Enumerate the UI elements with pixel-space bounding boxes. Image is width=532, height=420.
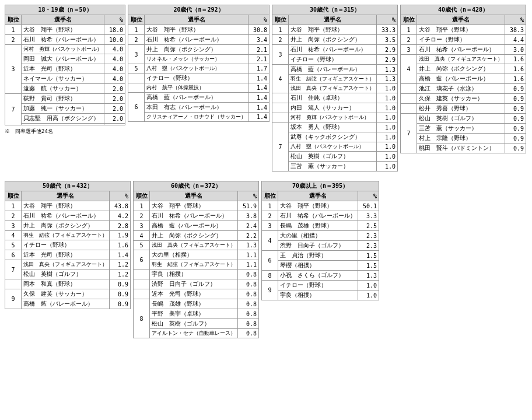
table-row: 6 大の里（相撲） 1.1 (134, 250, 259, 260)
table-row: アイルトン・セナ（自動車レース） 0.8 (134, 329, 259, 338)
header-name-70plus: 選手名 (278, 191, 358, 201)
table-row: 遠藤 航（サッカー） 2.0 (5, 84, 125, 94)
table-row: 4 浅田 真央（フィギュアスケート） 1.6 (401, 55, 526, 64)
table-row: ネイマール（サッカー） 4.0 (5, 74, 125, 84)
table-row: 内田 篤人（サッカー） 1.0 (272, 103, 398, 113)
table-row: 松井 秀喜（野球） 0.9 (401, 104, 526, 114)
header-rank-60s: 順位 (134, 191, 150, 201)
table-row: 3 石川 祐希（バレーボール） 2.9 (272, 45, 398, 55)
table-row: 岡本 和真（野球） 0.9 (5, 279, 131, 289)
table-row: 羽生 結弦（フィギュアスケート） 1.1 (134, 260, 259, 270)
table-row: 8 長嶋 茂雄（野球） 0.8 (134, 299, 259, 309)
table-row: 高橋 藍（バレーボール） 1.6 (401, 74, 526, 84)
table-row: 宇良（相撲） 0.8 (134, 270, 259, 279)
table-row: 1 大谷 翔平（野球） 50.1 (262, 201, 379, 211)
table-row: 2 石川 祐希（バレーボール） 3.4 (128, 35, 270, 45)
table-row: イチロー（野球） 2.9 (272, 55, 398, 65)
table-row: 加藤 純一（サッカー） 2.0 (5, 104, 125, 114)
header-rank-1819: 順位 (5, 15, 22, 25)
table-row: 9 イチロー（野球） 1.0 (262, 281, 379, 290)
header-pct-30s: % (377, 15, 398, 25)
table-row: 八村 塁（バスケットボール） 1.0 (272, 142, 398, 152)
title-20s: 20歳代（n＝292） (128, 5, 270, 15)
table-row: 武尊（キックボクシング） 1.0 (272, 132, 398, 142)
table-row: 松山 英樹（ゴルフ） 1.0 (272, 152, 398, 162)
table-1819: 18・19歳（n＝50） 順位 選手名 % 1 大谷 翔平（野球） 18.0 (5, 5, 125, 172)
table-row: 7 坂本 勇人（野球） 1.0 (272, 123, 398, 132)
header-name-30s: 選手名 (289, 15, 377, 25)
table-row: 内村 航平（体操競技） 1.4 (128, 83, 270, 93)
table-30s: 30歳代（n＝315） 順位 選手名 % 1 大谷 翔平（野球） 33.3 (272, 5, 398, 172)
table-row: 4 羽生 結弦（フィギュアスケート） 1.9 (5, 231, 131, 240)
table-row: 6 近本 光司（野球） 1.4 (5, 250, 131, 260)
table-row: 河村 勇輝（バスケットボール） 1.0 (272, 113, 398, 123)
table-row: 3 河村 勇輝（バスケットボール） 4.0 (5, 45, 125, 54)
table-row: 3 長嶋 茂雄（野球） 2.5 (262, 221, 379, 231)
header-pct-50s: % (110, 191, 131, 201)
table-row: 近本 光司（野球） 0.8 (134, 289, 259, 299)
table-row: 1 大谷 翔平（野球） 51.9 (134, 201, 259, 211)
table-row: 2 石川 祐希（バレーボール） 3.8 (134, 211, 259, 221)
table-row: 平野 美宇（卓球） 0.8 (134, 309, 259, 319)
table-row: 浅田 真央（フィギュアスケート） 1.0 (272, 84, 398, 93)
table-row: 3 高橋 藍（バレーボール） 2.4 (134, 221, 259, 231)
table-row: 3 石川 祐希（バレーボール） 3.0 (401, 45, 526, 55)
header-name-50s: 選手名 (22, 191, 110, 201)
table-row: 1 大谷 翔平（野球） 43.8 (5, 201, 131, 211)
table-60s: 60歳代（n＝372） 順位 選手名 % 1 大谷 翔平（野球） 51.9 (133, 181, 259, 338)
table-row: 5 イチロー（野球） 1.6 (5, 240, 131, 250)
table-row: 三苫 薫（サッカー） 0.9 (401, 124, 526, 134)
table-row: 宇良（相撲） 1.0 (262, 290, 379, 300)
table-row: 羽生 結弦（フィギュアスケート） 1.3 (272, 75, 398, 84)
header-name-20s: 選手名 (145, 15, 249, 25)
table-row: 1 大谷 翔平（野球） 30.8 (128, 25, 270, 35)
table-row: 井上 尚弥（ボクシング） 1.6 (401, 64, 526, 74)
table-row: 貝志堅 用高（ボクシング） 2.0 (5, 114, 125, 124)
bottom-section: 50歳代（n＝432） 順位 選手名 % 1 大谷 翔平（野球） 43.8 (5, 181, 527, 338)
table-row: 松山 英樹（ゴルフ） 0.8 (134, 319, 259, 329)
header-name-1819: 選手名 (22, 15, 104, 25)
header-rank-50s: 順位 (5, 191, 22, 201)
header-pct-60s: % (238, 191, 259, 201)
table-row: 琴櫻（相撲） 1.5 (262, 261, 379, 271)
table-row: 6 王 貞治（野球） 1.5 (262, 251, 379, 261)
table-row: 5 浅田 真央（フィギュアスケート） 1.3 (134, 241, 259, 250)
table-row: 4 井上 尚弥（ボクシング） 2.2 (134, 231, 259, 241)
title-40s: 40歳代（n＝428） (401, 5, 526, 15)
header-rank-70plus: 順位 (262, 191, 278, 201)
table-70plus: 70歳以上（n＝395） 順位 選手名 % 1 大谷 翔平（野球） 50.1 (261, 181, 379, 338)
title-30s: 30歳代（n＝315） (272, 5, 398, 15)
table-row: 4 高橋 藍（バレーボール） 1.3 (272, 65, 398, 75)
table-row: 松山 英樹（ゴルフ） 1.2 (5, 270, 131, 279)
table-row: 岡田 誠大（バレーボール） 4.0 (5, 54, 125, 64)
table-row: リオネル・メッシ（サッカー） 2.1 (128, 55, 270, 64)
header-pct-40s: % (505, 15, 526, 25)
table-20s: 20歳代（n＝292） 順位 選手名 % 1 大谷 翔平（野球） 30.8 (128, 5, 270, 172)
table-row: 桃田 賢斗（バドミントン） 0.9 (401, 144, 526, 153)
table-row: 1 大谷 翔平（野球） 33.3 (272, 25, 398, 35)
table-row: 2 石川 祐希（バレーボール） 3.3 (262, 211, 379, 221)
header-rank-40s: 順位 (401, 15, 417, 25)
table-row: 高橋 藍（バレーボール） 0.9 (5, 299, 131, 309)
table-row: 三苫 薫（サッカー） 1.0 (272, 162, 398, 172)
table-40s: 40歳代（n＝428） 順位 選手名 % 1 大谷 翔平（野球） 38.3 (400, 5, 526, 172)
header-rank-20s: 順位 (128, 15, 145, 25)
table-row: 本田 有志（バレーボール） 1.4 (128, 103, 270, 113)
table-row: 2 石川 祐希（バレーボール） 4.2 (5, 211, 131, 221)
table-row: 9 久保 建英（サッカー） 0.9 (5, 289, 131, 299)
header-pct-70plus: % (358, 191, 379, 201)
header-name-40s: 選手名 (417, 15, 505, 25)
table-row: 7 荻野 貴司（野球） 2.0 (5, 94, 125, 104)
title-50s: 50歳代（n＝432） (5, 181, 131, 191)
table-row: 8 小祝 さくら（ゴルフ） 1.3 (262, 271, 379, 281)
table-row: 4 大の里（相撲） 2.3 (262, 231, 379, 241)
table-row (5, 124, 125, 125)
header-pct-1819: % (104, 15, 125, 25)
table-50s: 50歳代（n＝432） 順位 選手名 % 1 大谷 翔平（野球） 43.8 (5, 181, 131, 338)
table-row: 1 大谷 翔平（野球） 18.0 (5, 25, 125, 35)
header-pct-20s: % (249, 15, 270, 25)
table-row: 1 大谷 翔平（野球） 38.3 (401, 25, 526, 35)
table-row: 渋野 日向子（ゴルフ） 2.3 (262, 241, 379, 251)
table-row: 3 井上 尚弥（ボクシング） 2.1 (128, 45, 270, 55)
table-row: 石川 佳純（卓球） 1.0 (272, 93, 398, 103)
